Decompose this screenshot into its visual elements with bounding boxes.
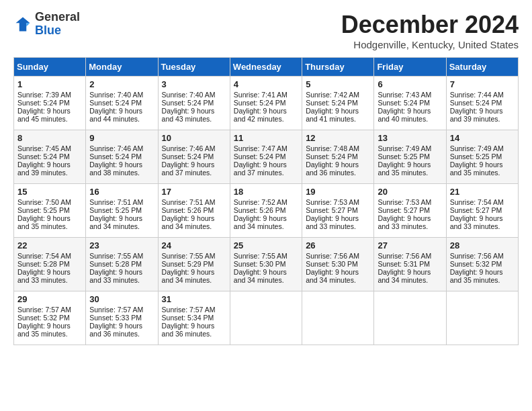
calendar-day-cell: 26Sunrise: 7:56 AMSunset: 5:30 PMDayligh… [302, 238, 374, 291]
day-header-thursday: Thursday [302, 58, 374, 77]
day-number: 19 [306, 187, 370, 197]
sunset: Sunset: 5:33 PM [89, 314, 142, 322]
day-number: 16 [89, 187, 154, 197]
sunset: Sunset: 5:24 PM [378, 99, 430, 107]
daylight: Daylight: 9 hours and 33 minutes. [450, 214, 503, 230]
day-number: 21 [450, 187, 515, 197]
sunrise: Sunrise: 7:56 AM [306, 252, 359, 260]
sunset: Sunset: 5:24 PM [234, 152, 286, 161]
calendar-day-cell: 22Sunrise: 7:54 AMSunset: 5:28 PMDayligh… [14, 238, 86, 291]
sunset: Sunset: 5:24 PM [306, 99, 358, 107]
calendar-day-cell: 17Sunrise: 7:51 AMSunset: 5:26 PMDayligh… [158, 184, 230, 238]
daylight: Daylight: 9 hours and 33 minutes. [89, 268, 142, 284]
calendar-day-cell: 29Sunrise: 7:57 AMSunset: 5:32 PMDayligh… [14, 291, 86, 345]
daylight: Daylight: 9 hours and 39 minutes. [17, 161, 71, 177]
header: General Blue December 2024 Hodgenville, … [13, 11, 519, 50]
calendar-day-cell: 10Sunrise: 7:46 AMSunset: 5:24 PMDayligh… [158, 130, 230, 184]
sunset: Sunset: 5:24 PM [17, 152, 70, 161]
daylight: Daylight: 9 hours and 34 minutes. [89, 214, 142, 230]
sunrise: Sunrise: 7:40 AM [162, 91, 216, 99]
logo-blue: Blue [35, 24, 61, 37]
calendar-day-cell: 13Sunrise: 7:49 AMSunset: 5:25 PMDayligh… [374, 130, 446, 184]
sunrise: Sunrise: 7:40 AM [89, 91, 143, 99]
sunrise: Sunrise: 7:46 AM [89, 144, 143, 152]
day-number: 17 [162, 187, 226, 197]
daylight: Daylight: 9 hours and 38 minutes. [89, 161, 142, 177]
calendar-week-row: 22Sunrise: 7:54 AMSunset: 5:28 PMDayligh… [14, 238, 519, 291]
sunrise: Sunrise: 7:53 AM [378, 198, 431, 206]
sunset: Sunset: 5:28 PM [89, 260, 142, 268]
daylight: Daylight: 9 hours and 45 minutes. [17, 107, 71, 123]
sunset: Sunset: 5:24 PM [17, 99, 70, 107]
svg-marker-1 [26, 23, 30, 26]
day-number: 7 [450, 79, 515, 89]
calendar-day-cell: 7Sunrise: 7:44 AMSunset: 5:24 PMDaylight… [446, 77, 518, 130]
sunset: Sunset: 5:27 PM [306, 206, 358, 214]
sunset: Sunset: 5:25 PM [89, 206, 142, 214]
daylight: Daylight: 9 hours and 35 minutes. [378, 161, 431, 177]
daylight: Daylight: 9 hours and 36 minutes. [306, 161, 359, 177]
daylight: Daylight: 9 hours and 44 minutes. [89, 107, 142, 123]
sunrise: Sunrise: 7:51 AM [89, 198, 143, 206]
calendar-day-cell: 30Sunrise: 7:57 AMSunset: 5:33 PMDayligh… [86, 291, 158, 345]
day-number: 29 [17, 294, 82, 304]
daylight: Daylight: 9 hours and 34 minutes. [162, 268, 215, 284]
sunset: Sunset: 5:30 PM [306, 260, 358, 268]
sunrise: Sunrise: 7:49 AM [378, 144, 431, 152]
daylight: Daylight: 9 hours and 37 minutes. [234, 161, 287, 177]
logo: General Blue [13, 11, 80, 38]
logo-icon [13, 15, 32, 34]
sunset: Sunset: 5:30 PM [234, 260, 286, 268]
calendar-day-cell: 8Sunrise: 7:45 AMSunset: 5:24 PMDaylight… [14, 130, 86, 184]
day-number: 8 [17, 133, 82, 143]
sunrise: Sunrise: 7:57 AM [17, 306, 71, 314]
day-number: 13 [378, 133, 442, 143]
day-number: 4 [234, 79, 298, 89]
daylight: Daylight: 9 hours and 33 minutes. [378, 214, 431, 230]
daylight: Daylight: 9 hours and 33 minutes. [306, 214, 359, 230]
calendar-day-cell [374, 291, 446, 345]
sunset: Sunset: 5:24 PM [89, 152, 142, 161]
calendar-day-cell: 6Sunrise: 7:43 AMSunset: 5:24 PMDaylight… [374, 77, 446, 130]
sunset: Sunset: 5:26 PM [234, 206, 286, 214]
sunset: Sunset: 5:27 PM [450, 206, 502, 214]
calendar-day-cell: 31Sunrise: 7:57 AMSunset: 5:34 PMDayligh… [158, 291, 230, 345]
sunset: Sunset: 5:27 PM [378, 206, 430, 214]
day-number: 27 [378, 240, 442, 250]
calendar-day-cell [446, 291, 518, 345]
location-title: Hodgenville, Kentucky, United States [341, 39, 519, 50]
day-number: 26 [306, 240, 370, 250]
sunset: Sunset: 5:28 PM [17, 260, 70, 268]
sunrise: Sunrise: 7:51 AM [162, 198, 216, 206]
calendar-day-cell: 2Sunrise: 7:40 AMSunset: 5:24 PMDaylight… [86, 77, 158, 130]
calendar-week-row: 1Sunrise: 7:39 AMSunset: 5:24 PMDaylight… [14, 77, 519, 130]
day-header-tuesday: Tuesday [158, 58, 230, 77]
calendar-day-cell: 28Sunrise: 7:56 AMSunset: 5:32 PMDayligh… [446, 238, 518, 291]
sunrise: Sunrise: 7:48 AM [306, 144, 359, 152]
sunrise: Sunrise: 7:49 AM [450, 144, 504, 152]
sunset: Sunset: 5:31 PM [378, 260, 430, 268]
calendar-day-cell: 12Sunrise: 7:48 AMSunset: 5:24 PMDayligh… [302, 130, 374, 184]
sunset: Sunset: 5:25 PM [450, 152, 502, 161]
sunrise: Sunrise: 7:57 AM [162, 306, 216, 314]
sunrise: Sunrise: 7:46 AM [162, 144, 216, 152]
daylight: Daylight: 9 hours and 35 minutes. [17, 214, 71, 230]
day-number: 25 [234, 240, 298, 250]
day-header-monday: Monday [86, 58, 158, 77]
day-number: 1 [17, 79, 82, 89]
calendar-day-cell: 23Sunrise: 7:55 AMSunset: 5:28 PMDayligh… [86, 238, 158, 291]
day-number: 3 [162, 79, 226, 89]
day-number: 12 [306, 133, 370, 143]
daylight: Daylight: 9 hours and 36 minutes. [89, 322, 142, 338]
calendar-day-cell: 14Sunrise: 7:49 AMSunset: 5:25 PMDayligh… [446, 130, 518, 184]
calendar-day-cell: 11Sunrise: 7:47 AMSunset: 5:24 PMDayligh… [230, 130, 302, 184]
calendar-day-cell [230, 291, 302, 345]
day-number: 14 [450, 133, 515, 143]
sunset: Sunset: 5:24 PM [89, 99, 142, 107]
day-number: 24 [162, 240, 226, 250]
calendar-header-row: SundayMondayTuesdayWednesdayThursdayFrid… [14, 58, 519, 77]
calendar-day-cell: 5Sunrise: 7:42 AMSunset: 5:24 PMDaylight… [302, 77, 374, 130]
day-header-sunday: Sunday [14, 58, 86, 77]
calendar-week-row: 8Sunrise: 7:45 AMSunset: 5:24 PMDaylight… [14, 130, 519, 184]
calendar-day-cell [302, 291, 374, 345]
